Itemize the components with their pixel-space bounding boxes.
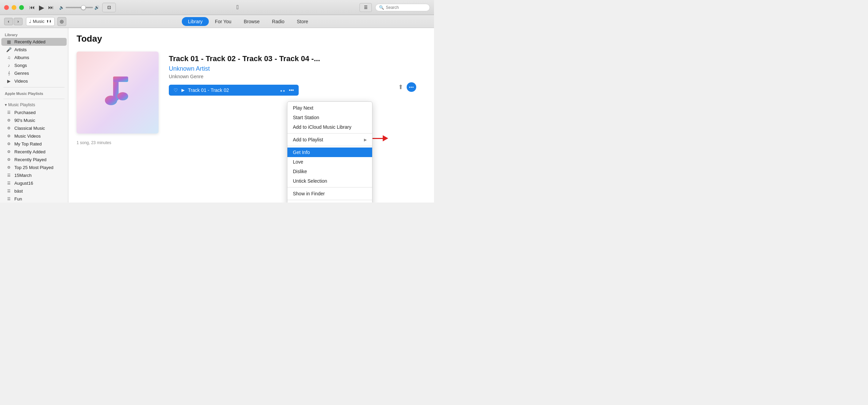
cloud-upload-icon[interactable]: ⬆︎: [398, 83, 403, 91]
context-menu-item-show-in-finder[interactable]: Show in Finder: [287, 189, 372, 198]
context-menu-label: Show in Finder: [293, 191, 325, 196]
disclosure-icon: ▾: [5, 102, 7, 107]
close-button[interactable]: [4, 5, 9, 10]
sidebar-item-label: Artists: [14, 47, 27, 52]
track-row[interactable]: ♡ ▶ Track 01 - Track 02 ⬥⬥ •••: [169, 85, 299, 96]
top-25-icon: ⚙: [6, 165, 12, 170]
track-row-right: ⬥⬥ •••: [280, 87, 294, 93]
titlebar-right: ☰ 🔍: [360, 3, 430, 12]
sidebar-item-recently-added-pl[interactable]: ⚙ Recently Added: [1, 148, 67, 156]
context-menu-item-dislike[interactable]: Dislike: [287, 167, 372, 176]
context-menu-item-add-to-icloud[interactable]: Add to iCloud Music Library: [287, 122, 372, 132]
sidebar-divider: [3, 87, 65, 87]
sidebar-item-videos[interactable]: ▶ Videos: [1, 77, 67, 85]
sidebar-item-music-videos[interactable]: ⚙ Music Videos: [1, 132, 67, 140]
context-menu-item-get-info[interactable]: Get Info: [287, 148, 372, 157]
sidebar-item-fun[interactable]: ☰ Fun: [1, 195, 67, 202]
bast-icon: ☰: [6, 189, 12, 193]
play-button[interactable]: ▶: [39, 3, 44, 12]
rewind-button[interactable]: ⏮: [29, 4, 35, 11]
navbar: ‹ › ♩ Music ⬆⬇ ◎ Library For You Browse …: [0, 15, 434, 28]
track-more-icon[interactable]: •••: [289, 87, 294, 93]
sidebar-item-label: Recently Added: [14, 149, 45, 154]
tab-library[interactable]: Library: [182, 17, 209, 26]
sidebar-item-label: Genres: [14, 71, 29, 76]
track-artist[interactable]: Unknown Artist: [169, 65, 426, 72]
sidebar-item-songs[interactable]: ♪ Songs: [1, 61, 67, 69]
track-row-title: Track 01 - Track 02: [188, 87, 276, 93]
track-play-icon[interactable]: ▶: [181, 88, 185, 93]
context-menu-label: Start Station: [293, 115, 319, 120]
apple-logo: : [236, 4, 239, 11]
sidebar-item-recently-added[interactable]: ▦ Recently Added: [1, 38, 67, 46]
context-menu-separator: [287, 133, 372, 134]
context-menu-item-go-to[interactable]: Go To ▶: [287, 201, 372, 202]
heart-icon[interactable]: ♡: [174, 87, 178, 93]
list-view-button[interactable]: ☰: [360, 3, 372, 12]
forward-button[interactable]: ⏭: [48, 4, 54, 11]
more-options-button[interactable]: •••: [407, 82, 416, 92]
nav-arrows: ‹ ›: [4, 18, 23, 25]
sidebar-item-purchased[interactable]: ☰ Purchased: [1, 109, 67, 116]
svg-point-3: [117, 92, 128, 100]
context-menu-item-add-to-playlist[interactable]: Add to Playlist ▶: [287, 135, 372, 144]
volume-control[interactable]: 🔈 🔊: [59, 5, 99, 10]
tab-radio[interactable]: Radio: [266, 17, 291, 26]
volume-thumb[interactable]: [81, 5, 86, 10]
sidebar-item-my-top-rated[interactable]: ⚙ My Top Rated: [1, 140, 67, 148]
context-menu-item-start-station[interactable]: Start Station: [287, 113, 372, 122]
sidebar-item-classical-music[interactable]: ⚙ Classical Music: [1, 124, 67, 132]
tab-store[interactable]: Store: [290, 17, 314, 26]
sidebar-item-top-25[interactable]: ⚙ Top 25 Most Played: [1, 164, 67, 171]
sidebar-item-label: My Top Rated: [14, 141, 42, 146]
tab-for-you[interactable]: For You: [209, 17, 238, 26]
context-menu-separator-4: [287, 200, 372, 200]
recently-played-icon: ⚙: [6, 157, 12, 162]
back-arrow-button[interactable]: ‹: [4, 18, 13, 25]
sidebar-item-recently-played[interactable]: ⚙ Recently Played: [1, 156, 67, 164]
search-input[interactable]: [386, 5, 427, 10]
minimize-button[interactable]: [12, 5, 16, 10]
sidebar-item-albums[interactable]: ♫ Albums: [1, 54, 67, 61]
recently-added-icon: ▦: [6, 39, 12, 44]
sidebar-item-august16[interactable]: ☰ August16: [1, 179, 67, 187]
airplay-icon: ⊡: [107, 5, 111, 10]
sidebar-item-label: Albums: [14, 55, 29, 60]
sidebar-item-90s-music[interactable]: ⚙ 90's Music: [1, 116, 67, 124]
albums-icon: ♫: [6, 55, 12, 60]
sidebar-item-bast[interactable]: ☰ bäst: [1, 187, 67, 195]
album-art: [77, 52, 159, 134]
context-menu-item-play-next[interactable]: Play Next: [287, 103, 372, 113]
transport-controls: ⏮ ▶ ⏭: [29, 3, 54, 12]
videos-icon: ▶: [6, 79, 12, 84]
context-menu: Play Next Start Station Add to iCloud Mu…: [287, 101, 372, 202]
context-menu-item-untick-selection[interactable]: Untick Selection: [287, 176, 372, 186]
back-arrow-icon: ‹: [8, 19, 9, 24]
page-title: Today: [77, 33, 426, 44]
music-playlists-disclosure[interactable]: ▾ Music Playlists: [0, 101, 68, 109]
tab-browse[interactable]: Browse: [238, 17, 266, 26]
nav-tabs: Library For You Browse Radio Store: [66, 17, 430, 26]
forward-arrow-button[interactable]: ›: [14, 18, 23, 25]
sidebar-item-15march[interactable]: ☰ 15March: [1, 171, 67, 179]
maximize-button[interactable]: [19, 5, 24, 10]
my-top-rated-icon: ⚙: [6, 142, 12, 146]
sidebar-item-genres[interactable]: 𝄞 Genres: [1, 69, 67, 77]
sidebar-item-label: Recently Added: [14, 39, 45, 44]
sidebar-item-label: Recently Played: [14, 157, 46, 162]
search-box[interactable]: 🔍: [375, 4, 430, 11]
songs-icon: ♪: [6, 63, 12, 68]
section-select[interactable]: ♩ Music ⬆⬇: [26, 17, 55, 26]
apple-playlists-label: Apple Music Playlists: [0, 89, 68, 97]
airplay-button[interactable]: ⊡: [102, 3, 116, 12]
cd-button[interactable]: ◎: [57, 17, 66, 26]
track-cloud-icon: ⬥⬥: [280, 88, 285, 93]
svg-rect-1: [113, 76, 128, 82]
context-menu-label: Dislike: [293, 169, 307, 174]
sidebar-item-artists[interactable]: 🎤 Artists: [1, 46, 67, 54]
context-menu-item-love[interactable]: Love: [287, 157, 372, 167]
90s-music-icon: ⚙: [6, 118, 12, 123]
volume-track[interactable]: [66, 7, 93, 8]
arrow-head: [383, 135, 388, 141]
more-options-icon: •••: [409, 85, 414, 89]
